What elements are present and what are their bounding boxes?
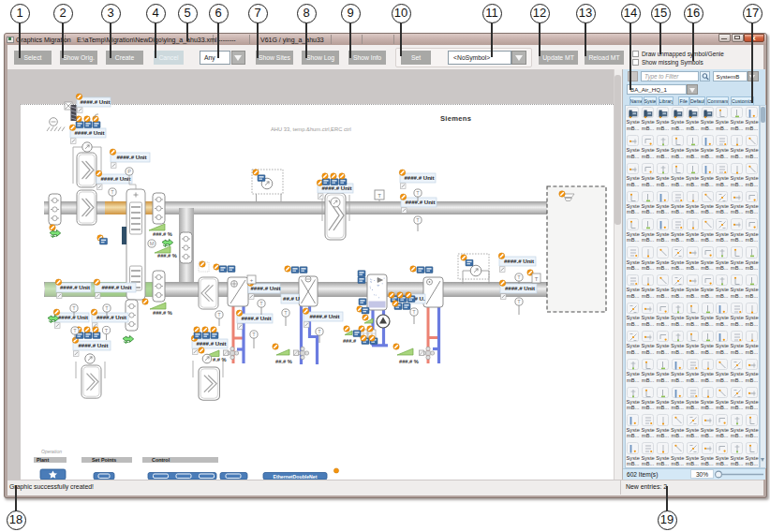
svg-text:Operation: Operation xyxy=(41,449,62,454)
svg-text:#.# %: #.# % xyxy=(213,357,227,362)
svg-text:T: T xyxy=(252,332,256,337)
svg-text:M: M xyxy=(150,241,155,246)
svg-text:P: P xyxy=(127,169,131,174)
svg-text:###.# %: ###.# % xyxy=(153,310,172,316)
svg-text:T: T xyxy=(73,328,77,333)
svg-text:T: T xyxy=(284,310,288,316)
svg-text:####.# Unit: ####.# Unit xyxy=(321,185,351,191)
svg-text:T: T xyxy=(72,305,76,311)
svg-text:####.# Unit: ####.# Unit xyxy=(405,199,435,205)
svg-text:####.# Unit: ####.# Unit xyxy=(404,174,434,181)
svg-text:##.# %: ##.# % xyxy=(275,359,292,364)
svg-text:####.# Unit: ####.# Unit xyxy=(241,315,271,321)
svg-text:###.# %: ###.# % xyxy=(399,359,419,364)
svg-text:T: T xyxy=(416,217,420,223)
svg-text:####.# Unit: ####.# Unit xyxy=(101,284,131,290)
svg-text:Set Points: Set Points xyxy=(92,457,116,463)
svg-text:T: T xyxy=(105,305,109,311)
svg-text:####.# Unit: ####.# Unit xyxy=(116,154,146,160)
svg-text:T: T xyxy=(517,274,521,280)
svg-text:T: T xyxy=(412,309,416,315)
svg-text:T: T xyxy=(259,301,263,306)
svg-text:###.#: ###.# xyxy=(343,338,357,344)
svg-text:####.# Unit: ####.# Unit xyxy=(196,340,226,347)
svg-text:###.# %: ###.# % xyxy=(157,253,177,259)
svg-text:####.# Unit: ####.# Unit xyxy=(504,258,534,264)
svg-text:####.# Unit: ####.# Unit xyxy=(309,313,339,319)
svg-text:Plant: Plant xyxy=(37,457,49,463)
svg-text:# U.: # U. xyxy=(414,295,424,302)
svg-text:T: T xyxy=(105,328,109,333)
svg-text:###.# %: ###.# % xyxy=(153,231,172,237)
svg-text:####.# Unit: ####.# Unit xyxy=(505,285,535,291)
svg-text:EthernetDoubleNet: EthernetDoubleNet xyxy=(274,474,318,480)
svg-text:T: T xyxy=(111,189,114,195)
svg-text:####.# Unit: ####.# Unit xyxy=(96,314,126,320)
svg-text:####.# Unit: ####.# Unit xyxy=(78,342,108,348)
svg-text:####.# Unit: ####.# Unit xyxy=(74,129,104,136)
svg-text:AHU 33, temp.&hum.ctrl,ERC ctr: AHU 33, temp.&hum.ctrl,ERC ctrl xyxy=(271,126,351,132)
svg-text:T: T xyxy=(217,312,221,318)
svg-text:T: T xyxy=(517,299,521,304)
svg-text:Control: Control xyxy=(152,457,170,463)
svg-text:T: T xyxy=(318,329,321,334)
svg-text:Siemens: Siemens xyxy=(440,114,471,123)
svg-text:+: + xyxy=(250,277,254,283)
svg-text:####.# Unit: ####.# Unit xyxy=(250,285,280,291)
svg-text:####.# Unit: ####.# Unit xyxy=(80,98,110,105)
svg-text:T: T xyxy=(378,193,381,199)
svg-text:####.# Unit: ####.# Unit xyxy=(60,284,90,290)
svg-text:T: T xyxy=(535,276,539,282)
svg-text:##.# U: ##.# U xyxy=(283,295,301,302)
svg-text:####.# Unit: ####.# Unit xyxy=(100,175,130,182)
svg-text:T: T xyxy=(416,190,420,196)
svg-text:####.# Unit: ####.# Unit xyxy=(58,314,88,320)
